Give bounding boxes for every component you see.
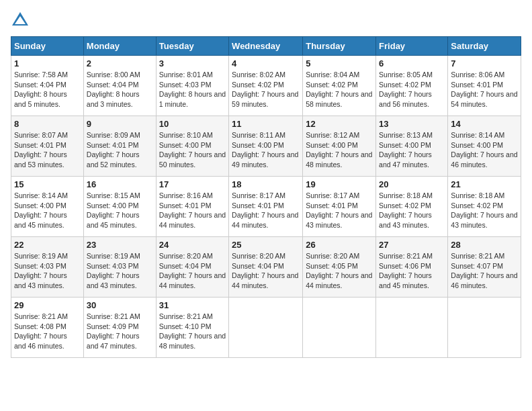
calendar-cell: 22 Sunrise: 8:19 AMSunset: 4:03 PMDaylig…: [11, 237, 84, 298]
day-number: 13: [379, 119, 445, 129]
day-info: Sunrise: 8:18 AMSunset: 4:02 PMDaylight:…: [379, 191, 433, 229]
day-info: Sunrise: 8:20 AMSunset: 4:04 PMDaylight:…: [232, 252, 298, 289]
day-info: Sunrise: 8:19 AMSunset: 4:03 PMDaylight:…: [87, 252, 140, 289]
calendar-cell: 17 Sunrise: 8:16 AMSunset: 4:01 PMDaylig…: [156, 177, 228, 237]
calendar-cell: [229, 298, 303, 358]
day-info: Sunrise: 8:21 AMSunset: 4:09 PMDaylight:…: [87, 312, 140, 350]
calendar-cell: [376, 298, 448, 358]
day-info: Sunrise: 8:13 AMSunset: 4:00 PMDaylight:…: [379, 131, 433, 169]
calendar-week-row: 29 Sunrise: 8:21 AMSunset: 4:08 PMDaylig…: [11, 298, 521, 358]
day-number: 2: [87, 58, 153, 68]
calendar-table: SundayMondayTuesdayWednesdayThursdayFrid…: [11, 36, 521, 358]
day-number: 29: [14, 300, 81, 310]
day-info: Sunrise: 8:21 AMSunset: 4:08 PMDaylight:…: [14, 312, 68, 350]
calendar-cell: 9 Sunrise: 8:09 AMSunset: 4:01 PMDayligh…: [83, 116, 156, 177]
logo-icon: [11, 11, 30, 30]
day-info: Sunrise: 8:17 AMSunset: 4:01 PMDaylight:…: [306, 191, 372, 229]
calendar-cell: 12 Sunrise: 8:12 AMSunset: 4:00 PMDaylig…: [303, 116, 376, 177]
weekday-header-row: SundayMondayTuesdayWednesdayThursdayFrid…: [11, 37, 521, 56]
calendar-week-row: 15 Sunrise: 8:14 AMSunset: 4:00 PMDaylig…: [11, 177, 521, 237]
calendar-cell: 5 Sunrise: 8:04 AMSunset: 4:02 PMDayligh…: [303, 56, 376, 116]
weekday-header-wednesday: Wednesday: [229, 37, 303, 56]
calendar-cell: 27 Sunrise: 8:21 AMSunset: 4:06 PMDaylig…: [376, 237, 448, 298]
day-number: 30: [87, 300, 153, 310]
weekday-header-thursday: Thursday: [303, 37, 376, 56]
day-number: 3: [159, 58, 226, 68]
day-number: 20: [379, 179, 445, 189]
calendar-cell: 7 Sunrise: 8:06 AMSunset: 4:01 PMDayligh…: [448, 56, 521, 116]
day-info: Sunrise: 8:21 AMSunset: 4:10 PMDaylight:…: [159, 312, 226, 350]
day-number: 18: [232, 179, 300, 189]
day-info: Sunrise: 8:06 AMSunset: 4:01 PMDaylight:…: [451, 71, 517, 108]
weekday-header-monday: Monday: [83, 37, 156, 56]
calendar-cell: 1 Sunrise: 7:58 AMSunset: 4:04 PMDayligh…: [11, 56, 84, 116]
weekday-header-saturday: Saturday: [448, 37, 521, 56]
weekday-header-tuesday: Tuesday: [156, 37, 228, 56]
weekday-header-friday: Friday: [376, 37, 448, 56]
calendar-cell: 14 Sunrise: 8:14 AMSunset: 4:00 PMDaylig…: [448, 116, 521, 177]
day-number: 21: [451, 179, 518, 189]
day-number: 19: [306, 179, 373, 189]
calendar-cell: 3 Sunrise: 8:01 AMSunset: 4:03 PMDayligh…: [156, 56, 228, 116]
calendar-cell: 31 Sunrise: 8:21 AMSunset: 4:10 PMDaylig…: [156, 298, 228, 358]
day-info: Sunrise: 7:58 AMSunset: 4:04 PMDaylight:…: [14, 71, 68, 108]
day-info: Sunrise: 8:01 AMSunset: 4:03 PMDaylight:…: [159, 71, 226, 108]
page-header: [11, 11, 521, 30]
calendar-cell: 15 Sunrise: 8:14 AMSunset: 4:00 PMDaylig…: [11, 177, 84, 237]
day-info: Sunrise: 8:14 AMSunset: 4:00 PMDaylight:…: [14, 191, 68, 229]
day-number: 27: [379, 240, 445, 250]
day-number: 4: [232, 58, 300, 68]
day-info: Sunrise: 8:04 AMSunset: 4:02 PMDaylight:…: [306, 71, 372, 108]
calendar-cell: [303, 298, 376, 358]
calendar-cell: 24 Sunrise: 8:20 AMSunset: 4:04 PMDaylig…: [156, 237, 228, 298]
calendar-cell: 11 Sunrise: 8:11 AMSunset: 4:00 PMDaylig…: [229, 116, 303, 177]
day-number: 23: [87, 240, 153, 250]
day-number: 6: [379, 58, 445, 68]
day-info: Sunrise: 8:10 AMSunset: 4:00 PMDaylight:…: [159, 131, 226, 169]
day-info: Sunrise: 8:02 AMSunset: 4:02 PMDaylight:…: [232, 71, 298, 108]
day-info: Sunrise: 8:20 AMSunset: 4:05 PMDaylight:…: [306, 252, 372, 289]
calendar-cell: 29 Sunrise: 8:21 AMSunset: 4:08 PMDaylig…: [11, 298, 84, 358]
calendar-week-row: 8 Sunrise: 8:07 AMSunset: 4:01 PMDayligh…: [11, 116, 521, 177]
day-number: 7: [451, 58, 518, 68]
day-number: 24: [159, 240, 226, 250]
calendar-cell: 13 Sunrise: 8:13 AMSunset: 4:00 PMDaylig…: [376, 116, 448, 177]
day-number: 5: [306, 58, 373, 68]
day-info: Sunrise: 8:05 AMSunset: 4:02 PMDaylight:…: [379, 71, 433, 108]
day-number: 15: [14, 179, 81, 189]
day-info: Sunrise: 8:07 AMSunset: 4:01 PMDaylight:…: [14, 131, 68, 169]
day-info: Sunrise: 8:15 AMSunset: 4:00 PMDaylight:…: [87, 191, 140, 229]
calendar-cell: 30 Sunrise: 8:21 AMSunset: 4:09 PMDaylig…: [83, 298, 156, 358]
calendar-cell: 16 Sunrise: 8:15 AMSunset: 4:00 PMDaylig…: [83, 177, 156, 237]
day-info: Sunrise: 8:21 AMSunset: 4:07 PMDaylight:…: [451, 252, 517, 289]
day-number: 1: [14, 58, 81, 68]
calendar-cell: 20 Sunrise: 8:18 AMSunset: 4:02 PMDaylig…: [376, 177, 448, 237]
day-number: 26: [306, 240, 373, 250]
day-number: 14: [451, 119, 518, 129]
day-number: 16: [87, 179, 153, 189]
calendar-week-row: 22 Sunrise: 8:19 AMSunset: 4:03 PMDaylig…: [11, 237, 521, 298]
day-info: Sunrise: 8:20 AMSunset: 4:04 PMDaylight:…: [159, 252, 226, 289]
day-info: Sunrise: 8:14 AMSunset: 4:00 PMDaylight:…: [451, 131, 517, 169]
day-number: 31: [159, 300, 226, 310]
day-info: Sunrise: 8:16 AMSunset: 4:01 PMDaylight:…: [159, 191, 226, 229]
day-number: 17: [159, 179, 226, 189]
calendar-cell: [448, 298, 521, 358]
calendar-cell: 23 Sunrise: 8:19 AMSunset: 4:03 PMDaylig…: [83, 237, 156, 298]
logo: [11, 11, 32, 30]
calendar-cell: 28 Sunrise: 8:21 AMSunset: 4:07 PMDaylig…: [448, 237, 521, 298]
day-number: 9: [87, 119, 153, 129]
calendar-cell: 8 Sunrise: 8:07 AMSunset: 4:01 PMDayligh…: [11, 116, 84, 177]
day-number: 28: [451, 240, 518, 250]
calendar-cell: 18 Sunrise: 8:17 AMSunset: 4:01 PMDaylig…: [229, 177, 303, 237]
calendar-cell: 10 Sunrise: 8:10 AMSunset: 4:00 PMDaylig…: [156, 116, 228, 177]
calendar-week-row: 1 Sunrise: 7:58 AMSunset: 4:04 PMDayligh…: [11, 56, 521, 116]
calendar-cell: 6 Sunrise: 8:05 AMSunset: 4:02 PMDayligh…: [376, 56, 448, 116]
calendar-cell: 2 Sunrise: 8:00 AMSunset: 4:04 PMDayligh…: [83, 56, 156, 116]
day-info: Sunrise: 8:11 AMSunset: 4:00 PMDaylight:…: [232, 131, 298, 169]
calendar-cell: 19 Sunrise: 8:17 AMSunset: 4:01 PMDaylig…: [303, 177, 376, 237]
weekday-header-sunday: Sunday: [11, 37, 84, 56]
day-number: 8: [14, 119, 81, 129]
day-info: Sunrise: 8:19 AMSunset: 4:03 PMDaylight:…: [14, 252, 68, 289]
day-info: Sunrise: 8:09 AMSunset: 4:01 PMDaylight:…: [87, 131, 140, 169]
